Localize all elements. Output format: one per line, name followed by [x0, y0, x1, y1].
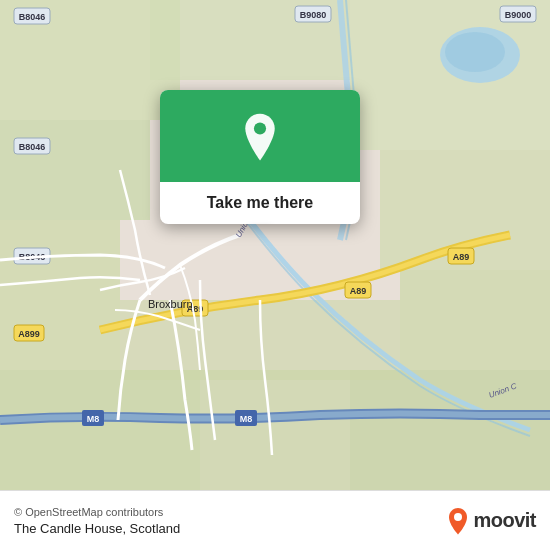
svg-text:B9000: B9000 [505, 10, 532, 20]
moovit-logo[interactable]: moovit [447, 507, 536, 535]
svg-rect-4 [0, 370, 200, 490]
svg-point-14 [445, 32, 505, 72]
svg-text:B8046: B8046 [19, 12, 46, 22]
svg-text:M8: M8 [240, 414, 253, 424]
svg-text:Broxburn: Broxburn [148, 298, 193, 310]
map-container: M8 M8 A89 A89 A89 B8046 B8046 B8046 B908… [0, 0, 550, 490]
location-pin-icon [234, 112, 286, 164]
popup-icon-area [160, 90, 360, 182]
location-info: The Candle House, Scotland [14, 521, 180, 536]
svg-point-41 [454, 513, 462, 521]
svg-text:A899: A899 [18, 329, 40, 339]
svg-rect-3 [0, 220, 120, 370]
bottom-bar: © OpenStreetMap contributors The Candle … [0, 490, 550, 550]
svg-text:M8: M8 [87, 414, 100, 424]
attribution: © OpenStreetMap contributors [14, 506, 180, 518]
svg-rect-10 [400, 270, 550, 370]
svg-text:B9080: B9080 [300, 10, 327, 20]
svg-point-40 [254, 122, 266, 134]
take-me-there-button[interactable]: Take me there [191, 182, 329, 224]
svg-text:A89: A89 [453, 252, 470, 262]
moovit-text: moovit [473, 509, 536, 532]
svg-text:B8046: B8046 [19, 142, 46, 152]
svg-rect-2 [0, 120, 150, 220]
moovit-pin-icon [447, 507, 469, 535]
popup-card[interactable]: Take me there [160, 90, 360, 224]
svg-rect-5 [200, 370, 350, 490]
svg-rect-6 [350, 370, 550, 490]
svg-text:A89: A89 [350, 286, 367, 296]
map-background: M8 M8 A89 A89 A89 B8046 B8046 B8046 B908… [0, 0, 550, 490]
